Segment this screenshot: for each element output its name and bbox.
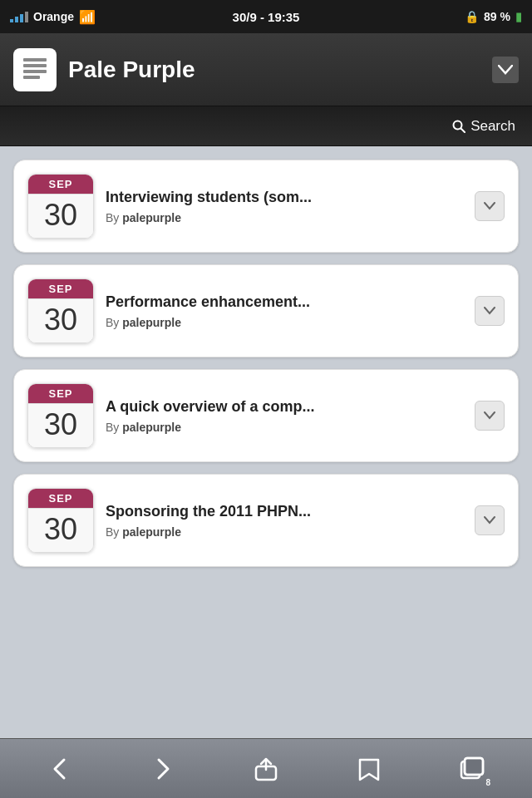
svg-rect-0 <box>23 58 47 62</box>
card-content: A quick overview of a comp... By palepur… <box>106 398 463 434</box>
post-title: Performance enhancement... <box>106 293 463 311</box>
post-dropdown-button[interactable] <box>475 191 505 221</box>
post-date: SEP 30 <box>27 488 94 553</box>
cal-day: 30 <box>28 508 93 552</box>
svg-line-5 <box>461 128 466 132</box>
post-date: SEP 30 <box>27 278 94 343</box>
search-label: Search <box>470 118 515 135</box>
post-author: By palepurple <box>106 421 463 434</box>
post-title: Sponsoring the 2011 PHPN... <box>106 503 463 520</box>
cal-day: 30 <box>28 194 93 238</box>
cal-day: 30 <box>28 298 93 342</box>
battery-icon: ▮ <box>515 10 522 23</box>
tab-count-badge: 8 <box>485 778 490 787</box>
post-author: By palepurple <box>106 211 463 224</box>
app-header: Pale Purple <box>0 33 532 106</box>
chevron-down-icon <box>484 202 495 210</box>
chevron-down-icon <box>484 411 495 420</box>
card-content: Sponsoring the 2011 PHPN... By palepurpl… <box>106 503 463 539</box>
app-title: Pale Purple <box>68 57 492 83</box>
status-right: 🔒 89 % ▮ <box>465 10 522 23</box>
post-dropdown-button[interactable] <box>475 505 505 535</box>
forward-button[interactable] <box>140 746 186 792</box>
chevron-down-icon <box>484 516 495 525</box>
search-bar: Search <box>0 106 532 146</box>
chevron-down-icon <box>484 307 495 315</box>
back-button[interactable] <box>37 746 83 792</box>
cal-month: SEP <box>28 489 93 508</box>
post-card[interactable]: SEP 30 Performance enhancement... By pal… <box>13 264 519 357</box>
post-card[interactable]: SEP 30 A quick overview of a comp... By … <box>13 369 519 462</box>
card-content: Performance enhancement... By palepurple <box>106 293 463 329</box>
post-title: Interviewing students (som... <box>106 189 463 206</box>
bookmarks-button[interactable] <box>346 746 392 792</box>
share-button[interactable] <box>243 746 289 792</box>
cal-month: SEP <box>28 175 93 194</box>
app-icon <box>13 48 57 91</box>
svg-rect-3 <box>23 76 40 79</box>
post-author: By palepurple <box>106 525 463 539</box>
bottom-toolbar: 8 <box>0 738 532 798</box>
wifi-icon: 📶 <box>79 9 96 25</box>
cal-day: 30 <box>28 403 93 447</box>
post-date: SEP 30 <box>27 383 94 448</box>
post-date: SEP 30 <box>27 174 94 239</box>
svg-rect-2 <box>23 70 47 73</box>
status-time: 30/9 - 19:35 <box>233 10 300 24</box>
signal-icon <box>10 12 28 22</box>
status-bar: Orange 📶 30/9 - 19:35 🔒 89 % ▮ <box>0 0 532 33</box>
post-card[interactable]: SEP 30 Sponsoring the 2011 PHPN... By pa… <box>13 474 519 567</box>
post-author: By palepurple <box>106 316 463 329</box>
search-icon <box>452 120 466 133</box>
tabs-button[interactable]: 8 <box>449 746 495 792</box>
post-dropdown-button[interactable] <box>475 296 505 326</box>
card-content: Interviewing students (som... By palepur… <box>106 189 463 224</box>
carrier-label: Orange <box>33 10 74 23</box>
cal-month: SEP <box>28 279 93 298</box>
lock-icon: 🔒 <box>465 10 479 23</box>
posts-list: SEP 30 Interviewing students (som... By … <box>0 146 532 738</box>
battery-label: 89 % <box>484 10 510 23</box>
search-button[interactable]: Search <box>452 118 515 135</box>
header-dropdown-button[interactable] <box>492 57 519 83</box>
post-card[interactable]: SEP 30 Interviewing students (som... By … <box>13 160 519 253</box>
post-dropdown-button[interactable] <box>475 401 505 431</box>
post-title: A quick overview of a comp... <box>106 398 463 416</box>
status-left: Orange 📶 <box>10 9 96 25</box>
svg-rect-1 <box>23 64 47 67</box>
cal-month: SEP <box>28 384 93 403</box>
svg-rect-8 <box>465 758 483 775</box>
